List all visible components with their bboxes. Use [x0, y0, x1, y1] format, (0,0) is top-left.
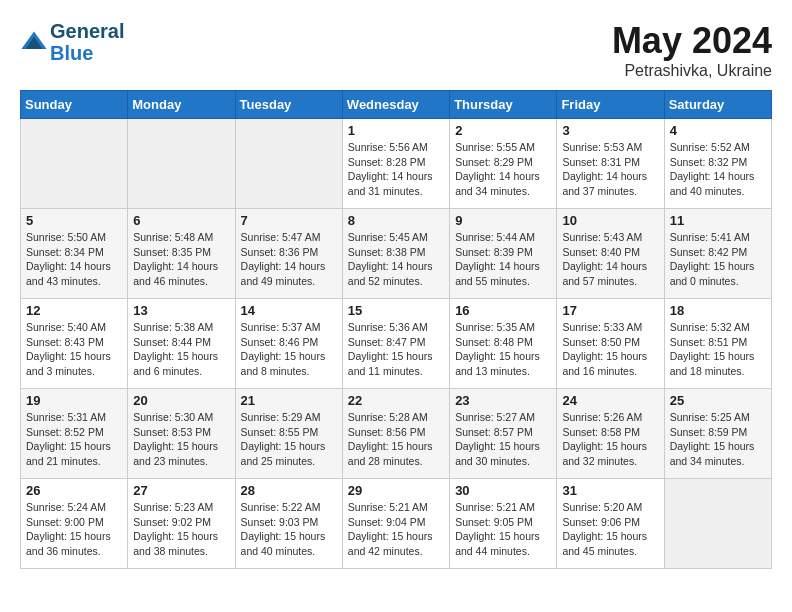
cell-content: Sunrise: 5:50 AM Sunset: 8:34 PM Dayligh… — [26, 230, 122, 289]
calendar-cell: 10Sunrise: 5:43 AM Sunset: 8:40 PM Dayli… — [557, 209, 664, 299]
calendar-cell: 13Sunrise: 5:38 AM Sunset: 8:44 PM Dayli… — [128, 299, 235, 389]
day-number: 29 — [348, 483, 444, 498]
cell-content: Sunrise: 5:21 AM Sunset: 9:04 PM Dayligh… — [348, 500, 444, 559]
calendar-cell: 21Sunrise: 5:29 AM Sunset: 8:55 PM Dayli… — [235, 389, 342, 479]
location-title: Petrashivka, Ukraine — [612, 62, 772, 80]
calendar-cell: 2Sunrise: 5:55 AM Sunset: 8:29 PM Daylig… — [450, 119, 557, 209]
cell-content: Sunrise: 5:44 AM Sunset: 8:39 PM Dayligh… — [455, 230, 551, 289]
day-number: 16 — [455, 303, 551, 318]
day-number: 25 — [670, 393, 766, 408]
cell-content: Sunrise: 5:41 AM Sunset: 8:42 PM Dayligh… — [670, 230, 766, 289]
calendar-cell: 8Sunrise: 5:45 AM Sunset: 8:38 PM Daylig… — [342, 209, 449, 299]
calendar-week-4: 19Sunrise: 5:31 AM Sunset: 8:52 PM Dayli… — [21, 389, 772, 479]
cell-content: Sunrise: 5:28 AM Sunset: 8:56 PM Dayligh… — [348, 410, 444, 469]
day-number: 26 — [26, 483, 122, 498]
calendar-cell: 19Sunrise: 5:31 AM Sunset: 8:52 PM Dayli… — [21, 389, 128, 479]
day-number: 4 — [670, 123, 766, 138]
calendar-cell: 4Sunrise: 5:52 AM Sunset: 8:32 PM Daylig… — [664, 119, 771, 209]
weekday-wednesday: Wednesday — [342, 91, 449, 119]
weekday-tuesday: Tuesday — [235, 91, 342, 119]
day-number: 17 — [562, 303, 658, 318]
cell-content: Sunrise: 5:52 AM Sunset: 8:32 PM Dayligh… — [670, 140, 766, 199]
cell-content: Sunrise: 5:45 AM Sunset: 8:38 PM Dayligh… — [348, 230, 444, 289]
calendar-cell: 5Sunrise: 5:50 AM Sunset: 8:34 PM Daylig… — [21, 209, 128, 299]
calendar-cell: 23Sunrise: 5:27 AM Sunset: 8:57 PM Dayli… — [450, 389, 557, 479]
day-number: 13 — [133, 303, 229, 318]
cell-content: Sunrise: 5:36 AM Sunset: 8:47 PM Dayligh… — [348, 320, 444, 379]
cell-content: Sunrise: 5:27 AM Sunset: 8:57 PM Dayligh… — [455, 410, 551, 469]
calendar-cell: 30Sunrise: 5:21 AM Sunset: 9:05 PM Dayli… — [450, 479, 557, 569]
cell-content: Sunrise: 5:37 AM Sunset: 8:46 PM Dayligh… — [241, 320, 337, 379]
day-number: 27 — [133, 483, 229, 498]
cell-content: Sunrise: 5:30 AM Sunset: 8:53 PM Dayligh… — [133, 410, 229, 469]
calendar-cell: 15Sunrise: 5:36 AM Sunset: 8:47 PM Dayli… — [342, 299, 449, 389]
month-title: May 2024 — [612, 20, 772, 62]
weekday-saturday: Saturday — [664, 91, 771, 119]
page-header: General Blue May 2024 Petrashivka, Ukrai… — [20, 20, 772, 80]
cell-content: Sunrise: 5:38 AM Sunset: 8:44 PM Dayligh… — [133, 320, 229, 379]
cell-content: Sunrise: 5:48 AM Sunset: 8:35 PM Dayligh… — [133, 230, 229, 289]
cell-content: Sunrise: 5:33 AM Sunset: 8:50 PM Dayligh… — [562, 320, 658, 379]
cell-content: Sunrise: 5:56 AM Sunset: 8:28 PM Dayligh… — [348, 140, 444, 199]
day-number: 20 — [133, 393, 229, 408]
cell-content: Sunrise: 5:24 AM Sunset: 9:00 PM Dayligh… — [26, 500, 122, 559]
logo-text-line1: General — [50, 20, 124, 42]
cell-content: Sunrise: 5:35 AM Sunset: 8:48 PM Dayligh… — [455, 320, 551, 379]
calendar-cell: 20Sunrise: 5:30 AM Sunset: 8:53 PM Dayli… — [128, 389, 235, 479]
calendar-cell: 11Sunrise: 5:41 AM Sunset: 8:42 PM Dayli… — [664, 209, 771, 299]
calendar-cell: 18Sunrise: 5:32 AM Sunset: 8:51 PM Dayli… — [664, 299, 771, 389]
calendar-cell: 31Sunrise: 5:20 AM Sunset: 9:06 PM Dayli… — [557, 479, 664, 569]
cell-content: Sunrise: 5:40 AM Sunset: 8:43 PM Dayligh… — [26, 320, 122, 379]
cell-content: Sunrise: 5:47 AM Sunset: 8:36 PM Dayligh… — [241, 230, 337, 289]
day-number: 8 — [348, 213, 444, 228]
day-number: 22 — [348, 393, 444, 408]
logo: General Blue — [20, 20, 124, 64]
calendar-body: 1Sunrise: 5:56 AM Sunset: 8:28 PM Daylig… — [21, 119, 772, 569]
cell-content: Sunrise: 5:26 AM Sunset: 8:58 PM Dayligh… — [562, 410, 658, 469]
calendar-cell: 29Sunrise: 5:21 AM Sunset: 9:04 PM Dayli… — [342, 479, 449, 569]
day-number: 2 — [455, 123, 551, 138]
cell-content: Sunrise: 5:23 AM Sunset: 9:02 PM Dayligh… — [133, 500, 229, 559]
cell-content: Sunrise: 5:22 AM Sunset: 9:03 PM Dayligh… — [241, 500, 337, 559]
calendar-cell — [235, 119, 342, 209]
weekday-thursday: Thursday — [450, 91, 557, 119]
calendar-table: SundayMondayTuesdayWednesdayThursdayFrid… — [20, 90, 772, 569]
calendar-week-1: 1Sunrise: 5:56 AM Sunset: 8:28 PM Daylig… — [21, 119, 772, 209]
day-number: 24 — [562, 393, 658, 408]
calendar-cell: 28Sunrise: 5:22 AM Sunset: 9:03 PM Dayli… — [235, 479, 342, 569]
weekday-friday: Friday — [557, 91, 664, 119]
day-number: 5 — [26, 213, 122, 228]
day-number: 12 — [26, 303, 122, 318]
calendar-cell: 9Sunrise: 5:44 AM Sunset: 8:39 PM Daylig… — [450, 209, 557, 299]
cell-content: Sunrise: 5:32 AM Sunset: 8:51 PM Dayligh… — [670, 320, 766, 379]
calendar-week-5: 26Sunrise: 5:24 AM Sunset: 9:00 PM Dayli… — [21, 479, 772, 569]
day-number: 19 — [26, 393, 122, 408]
cell-content: Sunrise: 5:25 AM Sunset: 8:59 PM Dayligh… — [670, 410, 766, 469]
cell-content: Sunrise: 5:20 AM Sunset: 9:06 PM Dayligh… — [562, 500, 658, 559]
cell-content: Sunrise: 5:31 AM Sunset: 8:52 PM Dayligh… — [26, 410, 122, 469]
day-number: 1 — [348, 123, 444, 138]
calendar-cell: 26Sunrise: 5:24 AM Sunset: 9:00 PM Dayli… — [21, 479, 128, 569]
day-number: 23 — [455, 393, 551, 408]
calendar-cell: 27Sunrise: 5:23 AM Sunset: 9:02 PM Dayli… — [128, 479, 235, 569]
cell-content: Sunrise: 5:29 AM Sunset: 8:55 PM Dayligh… — [241, 410, 337, 469]
calendar-cell: 22Sunrise: 5:28 AM Sunset: 8:56 PM Dayli… — [342, 389, 449, 479]
calendar-cell: 17Sunrise: 5:33 AM Sunset: 8:50 PM Dayli… — [557, 299, 664, 389]
cell-content: Sunrise: 5:53 AM Sunset: 8:31 PM Dayligh… — [562, 140, 658, 199]
calendar-cell: 6Sunrise: 5:48 AM Sunset: 8:35 PM Daylig… — [128, 209, 235, 299]
day-number: 15 — [348, 303, 444, 318]
calendar-cell: 3Sunrise: 5:53 AM Sunset: 8:31 PM Daylig… — [557, 119, 664, 209]
cell-content: Sunrise: 5:21 AM Sunset: 9:05 PM Dayligh… — [455, 500, 551, 559]
cell-content: Sunrise: 5:43 AM Sunset: 8:40 PM Dayligh… — [562, 230, 658, 289]
day-number: 14 — [241, 303, 337, 318]
logo-text-line2: Blue — [50, 42, 124, 64]
weekday-monday: Monday — [128, 91, 235, 119]
weekday-sunday: Sunday — [21, 91, 128, 119]
day-number: 28 — [241, 483, 337, 498]
day-number: 3 — [562, 123, 658, 138]
calendar-cell: 12Sunrise: 5:40 AM Sunset: 8:43 PM Dayli… — [21, 299, 128, 389]
calendar-cell: 14Sunrise: 5:37 AM Sunset: 8:46 PM Dayli… — [235, 299, 342, 389]
calendar-cell: 16Sunrise: 5:35 AM Sunset: 8:48 PM Dayli… — [450, 299, 557, 389]
day-number: 10 — [562, 213, 658, 228]
title-section: May 2024 Petrashivka, Ukraine — [612, 20, 772, 80]
